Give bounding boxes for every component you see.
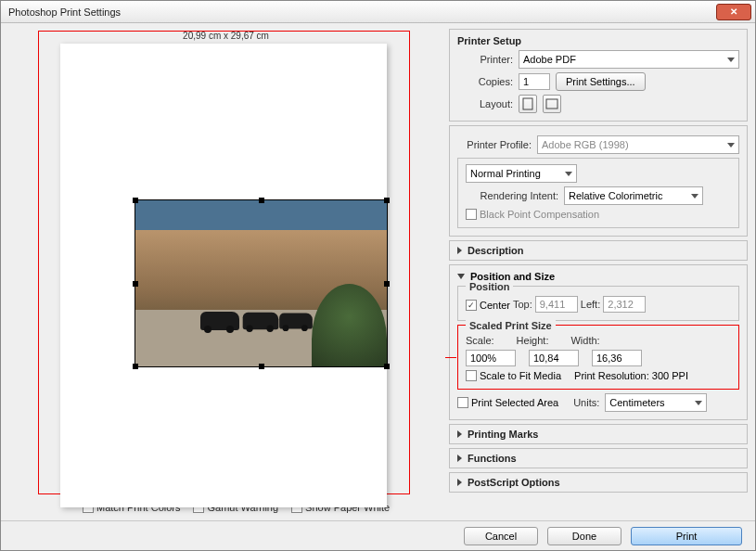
preview-image (135, 200, 387, 366)
settings-pane: Printer Setup Printer: Adobe PDF Copies:… (445, 23, 755, 520)
triangle-right-icon (457, 455, 462, 462)
resize-handle[interactable] (259, 364, 264, 369)
resize-handle[interactable] (384, 198, 390, 203)
left-input[interactable] (603, 296, 646, 313)
layout-label: Layout: (457, 98, 513, 109)
svg-rect-0 (523, 98, 532, 109)
center-label: Center (480, 300, 510, 311)
paper-preview[interactable] (60, 44, 387, 507)
svg-rect-1 (546, 99, 557, 109)
preview-pane: 20,99 cm x 29,67 cm (1, 23, 445, 520)
intent-label: Rendering Intent: (466, 190, 558, 201)
scaled-print-size-fieldset: Scaled Print Size Scale: Height: Width: (457, 325, 739, 390)
black-point-check[interactable]: Black Point Compensation (466, 209, 599, 220)
height-label: Height: (517, 335, 549, 346)
scale-input[interactable] (466, 350, 516, 366)
printing-marks-section[interactable]: Printing Marks (449, 424, 748, 444)
scale-to-fit-label: Scale to Fit Media (480, 370, 561, 381)
cancel-button[interactable]: Cancel (464, 527, 538, 545)
printer-label: Printer: (457, 54, 513, 65)
top-label: Top: (513, 299, 532, 310)
printer-setup-heading: Printer Setup (457, 35, 739, 46)
portrait-icon (522, 97, 533, 110)
print-selected-area-check[interactable]: Print Selected Area (457, 397, 558, 408)
scale-to-fit-check[interactable]: Scale to Fit Media (466, 370, 561, 381)
scaled-legend: Scaled Print Size (466, 320, 556, 331)
scale-label: Scale: (466, 335, 494, 346)
paper-dimensions: 20,99 cm x 29,67 cm (16, 31, 436, 41)
close-button[interactable]: ✕ (716, 4, 751, 20)
functions-label: Functions (468, 453, 517, 464)
profile-label: Printer Profile: (457, 139, 532, 150)
copies-input[interactable] (519, 73, 550, 90)
preview-wrap: 20,99 cm x 29,67 cm (16, 31, 436, 494)
print-settings-button[interactable]: Print Settings... (556, 72, 646, 91)
postscript-section[interactable]: PostScript Options (449, 472, 748, 493)
resize-handle[interactable] (133, 281, 138, 287)
resize-handle[interactable] (133, 198, 138, 203)
resize-handle[interactable] (259, 198, 264, 203)
window-title: Photoshop Print Settings (5, 6, 121, 18)
postscript-label: PostScript Options (468, 477, 560, 488)
description-label: Description (468, 245, 524, 256)
triangle-right-icon (457, 247, 462, 254)
layout-portrait-button[interactable] (519, 95, 537, 113)
dialog-body: 20,99 cm x 29,67 cm (1, 23, 755, 520)
triangle-down-icon (457, 274, 465, 279)
printer-setup-panel: Printer Setup Printer: Adobe PDF Copies:… (449, 29, 748, 122)
top-input[interactable] (535, 296, 578, 313)
width-input[interactable] (592, 350, 642, 366)
center-check[interactable]: ✓Center (466, 300, 510, 311)
width-label: Width: (570, 335, 599, 346)
color-management-panel: Printer Profile: Adobe RGB (1998) Normal… (449, 125, 748, 237)
print-selected-area-label: Print Selected Area (471, 397, 558, 408)
layout-landscape-button[interactable] (543, 95, 561, 113)
position-size-panel: Position and Size Position ✓Center Top: … (449, 264, 748, 420)
color-subpanel: Normal Printing Rendering Intent: Relati… (457, 158, 739, 228)
print-resolution-label: Print Resolution: 300 PPI (574, 370, 688, 381)
printer-select[interactable]: Adobe PDF (519, 50, 739, 69)
position-legend: Position (466, 281, 513, 292)
dialog-footer: Cancel Done Print (1, 520, 755, 550)
functions-section[interactable]: Functions (449, 448, 748, 468)
black-point-label: Black Point Compensation (480, 209, 599, 220)
units-select[interactable]: Centimeters (605, 393, 707, 412)
rendering-intent-select[interactable]: Relative Colorimetric (564, 186, 703, 205)
triangle-right-icon (457, 430, 462, 438)
done-button[interactable]: Done (547, 527, 621, 545)
resize-handle[interactable] (133, 364, 138, 369)
printing-marks-label: Printing Marks (468, 429, 538, 440)
resize-handle[interactable] (384, 281, 390, 287)
height-input[interactable] (529, 350, 579, 366)
printing-mode-select[interactable]: Normal Printing (466, 164, 577, 183)
landscape-icon (545, 98, 558, 109)
units-label: Units: (573, 397, 599, 408)
left-label: Left: (581, 299, 600, 310)
print-button[interactable]: Print (631, 527, 742, 545)
copies-label: Copies: (457, 76, 513, 87)
titlebar: Photoshop Print Settings ✕ (1, 1, 755, 23)
position-fieldset: Position ✓Center Top: Left: (457, 286, 739, 321)
print-settings-dialog: Photoshop Print Settings ✕ 20,99 cm x 29… (0, 0, 756, 551)
triangle-right-icon (457, 479, 462, 486)
description-section[interactable]: Description (449, 240, 748, 261)
printer-profile-select[interactable]: Adobe RGB (1998) (537, 135, 739, 154)
resize-handle[interactable] (384, 364, 390, 369)
image-frame[interactable] (135, 199, 388, 367)
